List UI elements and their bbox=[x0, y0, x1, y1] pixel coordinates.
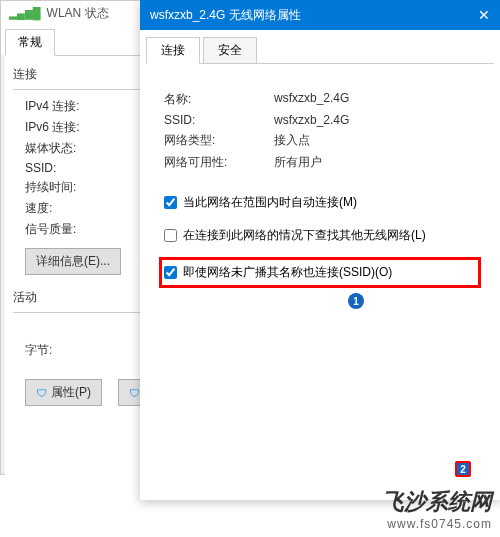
checkbox-input[interactable] bbox=[164, 196, 177, 209]
checkbox-input[interactable] bbox=[164, 229, 177, 242]
properties-button[interactable]: 🛡属性(P) bbox=[25, 379, 102, 406]
label-availability: 网络可用性: bbox=[164, 154, 274, 171]
label-type: 网络类型: bbox=[164, 132, 274, 149]
tab-body: 名称:wsfxzxb_2.4G SSID:wsfxzxb_2.4G 网络类型:接… bbox=[146, 63, 494, 320]
window-title: wsfxzxb_2.4G 无线网络属性 bbox=[150, 7, 301, 24]
value-type: 接入点 bbox=[274, 132, 310, 149]
tab-security[interactable]: 安全 bbox=[203, 37, 257, 64]
checkbox-group: 当此网络在范围内时自动连接(M) 在连接到此网络的情况下查找其他无线网络(L) … bbox=[164, 191, 476, 288]
label-duration: 持续时间: bbox=[25, 179, 115, 196]
label-ipv6: IPv6 连接: bbox=[25, 119, 115, 136]
watermark-title: 飞沙系统网 bbox=[382, 487, 492, 517]
label-name: 名称: bbox=[164, 91, 274, 108]
tab-general[interactable]: 常规 bbox=[5, 29, 55, 56]
value-ssid: wsfxzxb_2.4G bbox=[274, 113, 349, 127]
label-speed: 速度: bbox=[25, 200, 115, 217]
shield-icon: 🛡 bbox=[129, 387, 140, 399]
window-title-bar: wsfxzxb_2.4G 无线网络属性 ✕ bbox=[140, 0, 500, 30]
details-button[interactable]: 详细信息(E)... bbox=[25, 248, 121, 275]
value-availability: 所有用户 bbox=[274, 154, 322, 171]
shield-icon: 🛡 bbox=[36, 387, 47, 399]
checkbox-auto-connect[interactable]: 当此网络在范围内时自动连接(M) bbox=[164, 191, 476, 214]
label-ipv4: IPv4 连接: bbox=[25, 98, 115, 115]
label-media: 媒体状态: bbox=[25, 140, 115, 157]
annotation-badge-2: 2 bbox=[455, 461, 471, 477]
value-name: wsfxzxb_2.4G bbox=[274, 91, 349, 108]
tab-strip: 连接 安全 bbox=[140, 30, 500, 63]
signal-icon: ▂▄▆█ bbox=[9, 7, 41, 20]
watermark: 飞沙系统网 www.fs0745.com bbox=[382, 487, 492, 531]
annotation-badge-1: 1 bbox=[348, 293, 364, 309]
label-ssid: SSID: bbox=[25, 161, 115, 175]
watermark-url: www.fs0745.com bbox=[382, 517, 492, 531]
close-icon[interactable]: ✕ bbox=[478, 7, 490, 23]
label-signal: 信号质量: bbox=[25, 221, 115, 238]
label-bytes: 字节: bbox=[25, 342, 115, 359]
checkbox-connect-hidden[interactable]: 即使网络未广播其名称也连接(SSID)(O) bbox=[159, 257, 481, 288]
checkbox-input[interactable] bbox=[164, 266, 177, 279]
wireless-properties-window: wsfxzxb_2.4G 无线网络属性 ✕ 连接 安全 名称:wsfxzxb_2… bbox=[140, 0, 500, 500]
tab-connection[interactable]: 连接 bbox=[146, 37, 200, 64]
checkbox-find-other[interactable]: 在连接到此网络的情况下查找其他无线网络(L) bbox=[164, 224, 476, 247]
label-ssid: SSID: bbox=[164, 113, 274, 127]
window-title: WLAN 状态 bbox=[47, 5, 109, 22]
